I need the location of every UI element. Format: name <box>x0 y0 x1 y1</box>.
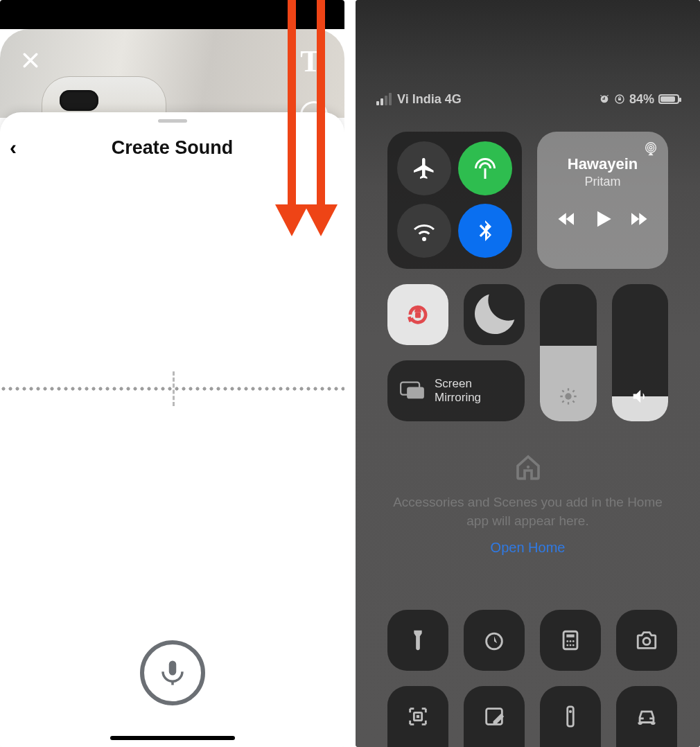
previous-track-button[interactable] <box>557 209 577 232</box>
wifi-toggle[interactable] <box>397 204 451 258</box>
camera-tile[interactable] <box>616 610 677 671</box>
svg-rect-23 <box>568 707 574 726</box>
orientation-lock-status-icon <box>614 94 625 105</box>
brightness-slider[interactable] <box>540 284 597 421</box>
do-not-disturb-tile[interactable] <box>464 284 525 345</box>
timer-icon <box>482 629 506 652</box>
cellular-data-toggle[interactable] <box>458 141 512 195</box>
antenna-icon <box>473 156 498 181</box>
signal-icon <box>376 93 392 105</box>
bluetooth-icon <box>473 218 498 243</box>
svg-point-3 <box>647 145 654 151</box>
calculator-tile[interactable] <box>540 610 601 671</box>
orientation-lock-tile[interactable] <box>387 284 448 345</box>
home-icon <box>387 453 668 484</box>
svg-point-14 <box>570 640 572 642</box>
airplay-icon[interactable] <box>643 141 658 159</box>
svg-rect-7 <box>407 387 424 398</box>
svg-point-16 <box>566 644 568 647</box>
wifi-icon <box>412 218 437 243</box>
qr-scanner-tile[interactable] <box>387 686 448 747</box>
svg-point-8 <box>565 393 571 399</box>
svg-point-24 <box>569 710 572 713</box>
home-indicator[interactable] <box>110 736 235 740</box>
microphone-icon <box>158 658 187 687</box>
record-button[interactable] <box>140 640 205 705</box>
svg-point-9 <box>526 466 529 468</box>
svg-rect-21 <box>417 715 419 718</box>
svg-rect-1 <box>618 98 621 100</box>
bluetooth-toggle[interactable] <box>458 204 512 258</box>
remote-tile[interactable] <box>540 686 601 747</box>
waveform-playhead <box>173 371 175 406</box>
media-artist: Pritam <box>550 175 656 189</box>
close-button[interactable] <box>15 45 46 76</box>
open-home-link[interactable]: Open Home <box>387 540 668 556</box>
next-track-button[interactable] <box>628 209 649 232</box>
media-track-title: Hawayein <box>550 155 656 173</box>
annotation-arrow-1 <box>281 0 302 239</box>
brightness-fill <box>540 346 597 421</box>
ios-control-center: Vi India 4G 84% <box>356 0 700 747</box>
play-button[interactable] <box>590 207 614 234</box>
screen-mirroring-icon <box>400 381 425 401</box>
battery-percent: 84% <box>629 92 654 107</box>
svg-rect-26 <box>649 717 654 719</box>
moon-icon <box>464 284 525 345</box>
calculator-icon <box>559 629 582 652</box>
notes-tile[interactable] <box>464 686 525 747</box>
phone-camera-module <box>60 90 98 111</box>
bottom-controls <box>387 610 668 747</box>
snapchat-create-sound-screen: T ‹ Create Sound <box>0 0 344 747</box>
home-message: Accessories and Scenes you add in the Ho… <box>387 493 668 530</box>
svg-point-19 <box>643 638 650 644</box>
airplane-mode-toggle[interactable] <box>397 141 451 195</box>
carplay-tile[interactable] <box>616 686 677 747</box>
carrier-label: Vi India 4G <box>397 92 462 107</box>
orientation-lock-icon <box>405 301 431 328</box>
flashlight-tile[interactable] <box>387 610 448 671</box>
svg-point-15 <box>572 640 575 642</box>
speaker-icon <box>630 387 649 409</box>
svg-point-13 <box>566 640 568 642</box>
svg-rect-25 <box>640 717 644 719</box>
alarm-icon <box>599 94 610 105</box>
screen-mirroring-tile[interactable]: Screen Mirroring <box>387 360 525 421</box>
home-section: Accessories and Scenes you add in the Ho… <box>387 453 668 556</box>
volume-slider[interactable] <box>612 284 669 421</box>
svg-point-18 <box>572 644 575 647</box>
svg-rect-12 <box>566 635 574 638</box>
airplane-icon <box>412 156 437 181</box>
svg-point-17 <box>570 644 572 647</box>
annotation-arrow-2 <box>310 0 331 239</box>
remote-icon <box>559 705 582 728</box>
media-player-tile[interactable]: Hawayein Pritam <box>537 132 668 269</box>
flashlight-icon <box>406 629 430 652</box>
camera-icon <box>635 629 658 652</box>
timer-tile[interactable] <box>464 610 525 671</box>
brightness-icon <box>559 387 578 409</box>
car-icon <box>635 705 658 728</box>
svg-point-4 <box>649 146 652 149</box>
battery-icon <box>658 94 679 104</box>
status-bar: Vi India 4G 84% <box>356 89 700 109</box>
sheet-grabber[interactable] <box>158 119 187 123</box>
svg-rect-5 <box>415 313 421 318</box>
connectivity-tile[interactable] <box>387 132 522 269</box>
screen-mirroring-label: Screen Mirroring <box>435 377 481 405</box>
qr-icon <box>406 705 430 728</box>
notes-icon <box>482 705 506 728</box>
